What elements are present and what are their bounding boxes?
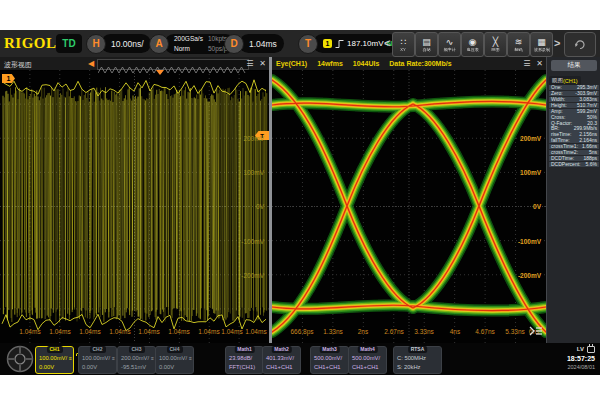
ch3-tab: CH3 bbox=[128, 346, 144, 353]
menu-icon: ≡ bbox=[69, 356, 72, 361]
toolbar-button-xy[interactable]: ∷ XY bbox=[392, 32, 415, 57]
t-knob[interactable]: T bbox=[298, 34, 318, 54]
menu-icon: ≡ bbox=[112, 356, 115, 361]
y-axis-label: 200mV bbox=[520, 135, 541, 142]
delay-control: D 1.04ms bbox=[224, 33, 284, 54]
x-axis-label: 1.04ms bbox=[49, 328, 70, 335]
menu-icon: ≡ bbox=[189, 356, 192, 361]
channel-box-ch4[interactable]: CH4 100.00mV/≡ 0.00V bbox=[155, 346, 194, 374]
y-axis-label: 100mV bbox=[520, 169, 541, 176]
math2-tab: Math2 bbox=[271, 346, 291, 353]
x-axis-label: 1.04ms bbox=[79, 328, 100, 335]
rising-edge-icon bbox=[335, 39, 344, 49]
toolbar-label: XY bbox=[401, 47, 406, 52]
close-icon[interactable]: ✕ bbox=[536, 59, 543, 68]
a-knob[interactable]: A bbox=[149, 34, 169, 54]
x-axis-label: 1.04ms bbox=[109, 328, 130, 335]
toolbar-label: 解码 bbox=[514, 47, 522, 52]
waveform-view-header: 波形视图 ◀ ☰ ✕ bbox=[0, 57, 269, 71]
results-tab-label: 眼图 bbox=[552, 77, 563, 84]
x-axis-label: 4.67ns bbox=[475, 328, 495, 335]
y-axis-label: 0V bbox=[256, 203, 264, 210]
acquire-mode: Norm bbox=[174, 45, 203, 53]
waveform-view-title: 波形视图 bbox=[4, 60, 32, 70]
toolbar-button-voltmeter[interactable]: ◉ 电压表 bbox=[461, 32, 484, 57]
math-box-math3[interactable]: Math3 500.00mV/ CH1+CH1 bbox=[310, 346, 349, 374]
toolbar-button-record[interactable]: ▦ 波形录制 bbox=[530, 32, 553, 57]
navigation-knob-icon[interactable] bbox=[6, 345, 34, 373]
menu-icon[interactable]: ☰ bbox=[523, 59, 530, 68]
top-bar: RIGOL TD H 10.00ns/ A 200GSa/s 10kpts No… bbox=[0, 30, 600, 57]
x-axis-label: 4ns bbox=[450, 328, 460, 335]
eye-wfms-count: 14wfms bbox=[317, 60, 343, 67]
toolbar-button-counter[interactable]: ∿ 频率计 bbox=[438, 32, 461, 57]
channel-box-ch3[interactable]: CH3 200.00mV/≡ -95.51mV bbox=[117, 346, 156, 374]
decode-icon: ≋ bbox=[515, 37, 523, 47]
bottom-bar: CH1 100.00mV/≡ 0.00V CH2 100.00mV/≡ 0.00… bbox=[0, 343, 600, 375]
eye-diagram-panel: Eye(CH1) 14wfms 1044UIs Data Rate:300Mb/… bbox=[272, 57, 546, 343]
x-axis-label: 1.04ms bbox=[221, 328, 242, 335]
x-axis-label: 2ns bbox=[358, 328, 368, 335]
math-box-math4[interactable]: Math4 500.00mV/ CH1+CH1 bbox=[348, 346, 387, 374]
xy-icon: ∷ bbox=[401, 37, 407, 47]
toolbar-button-eye[interactable]: ╳ 眼图 bbox=[484, 32, 507, 57]
x-axis-label: 3.33ns bbox=[414, 328, 434, 335]
y-axis-label: 200mV bbox=[243, 135, 264, 142]
clock-block: LV 18:57:25 2024/08/01 bbox=[567, 345, 595, 372]
math-box-math1[interactable]: Math1 23.98dB/ FFT(CH1) bbox=[225, 346, 264, 374]
x-axis-label: 1.04ms bbox=[198, 328, 219, 335]
x-axis-label: 1.04ms bbox=[138, 328, 159, 335]
x-axis-label: 1.33ns bbox=[323, 328, 343, 335]
x-axis-label: 1.04ms bbox=[245, 328, 266, 335]
math1-tab: Math1 bbox=[234, 346, 254, 353]
eye-diagram-trace bbox=[272, 70, 546, 343]
ch1-tab: CH1 bbox=[46, 346, 62, 353]
eye-diagram-icon: ╳ bbox=[493, 37, 498, 47]
rtsa-box[interactable]: RTSA C: 500MHz S: 20kHz bbox=[393, 346, 442, 374]
measurement-list: One:295.3mV Zero:-303.9mV Width:3.083ns … bbox=[549, 85, 599, 167]
eye-ui-count: 1044UIs bbox=[353, 60, 379, 67]
y-axis-label: -100mV bbox=[241, 238, 264, 245]
x-axis-label: 2.67ns bbox=[384, 328, 404, 335]
sync-button[interactable] bbox=[564, 32, 596, 57]
math4-tab: Math4 bbox=[357, 346, 377, 353]
ch4-tab: CH4 bbox=[166, 346, 182, 353]
eye-data-rate: Data Rate:300Mb/s bbox=[389, 60, 451, 67]
y-axis-label: -200mV bbox=[518, 272, 541, 279]
record-preview-strip[interactable] bbox=[97, 59, 249, 70]
delay-value[interactable]: 1.04ms bbox=[239, 34, 284, 53]
toolbar-scroll-right[interactable]: > bbox=[554, 37, 560, 49]
storage-icon: ▤ bbox=[422, 37, 431, 47]
toolbar-scroll-left[interactable]: < bbox=[384, 37, 390, 49]
timebase-value[interactable]: 10.00ns/ bbox=[101, 34, 151, 53]
channel-box-ch2[interactable]: CH2 100.00mV/≡ 0.00V bbox=[78, 346, 117, 374]
refresh-icon bbox=[573, 38, 587, 51]
menu-icon[interactable]: ☰ bbox=[246, 59, 253, 68]
channel-box-ch1[interactable]: CH1 100.00mV/≡ 0.00V bbox=[35, 346, 74, 374]
math-box-math2[interactable]: Math2 401.33mV/ CH1+CH1 bbox=[262, 346, 301, 374]
y-axis-label: 0V bbox=[533, 203, 541, 210]
h-knob[interactable]: H bbox=[86, 34, 106, 54]
expand-menu-icon[interactable] bbox=[529, 322, 543, 340]
eye-title: Eye(CH1) bbox=[276, 60, 307, 67]
oscilloscope-screen: RIGOL TD H 10.00ns/ A 200GSa/s 10kpts No… bbox=[0, 30, 600, 375]
toolbar-label: 频率计 bbox=[443, 47, 455, 52]
horizontal-control: H 10.00ns/ bbox=[86, 33, 151, 54]
toolbar-button-decode[interactable]: ≋ 解码 bbox=[507, 32, 530, 57]
rigol-logo: RIGOL bbox=[4, 35, 57, 52]
trigger-source-badge: 1 bbox=[323, 39, 332, 48]
math3-tab: Math3 bbox=[319, 346, 339, 353]
eye-panel-header: Eye(CH1) 14wfms 1044UIs Data Rate:300Mb/… bbox=[272, 57, 546, 71]
d-knob[interactable]: D bbox=[224, 34, 244, 54]
toolbar-button-storage[interactable]: ▤ 存储 bbox=[415, 32, 438, 57]
y-axis-label: -100mV bbox=[518, 238, 541, 245]
x-axis-label: 1.04ms bbox=[19, 328, 40, 335]
close-icon[interactable]: ✕ bbox=[259, 59, 266, 68]
waveform-view-panel: 波形视图 ◀ ☰ ✕ 1 T 200mV 100mV 0V -100mV -20… bbox=[0, 57, 269, 343]
toolbar-label: 电压表 bbox=[466, 47, 478, 52]
waveform-plot: 1 T 200mV 100mV 0V -100mV -200mV 1.04ms … bbox=[0, 70, 269, 343]
lan-icon: LV bbox=[577, 345, 584, 354]
x-axis-label: 666.8ps bbox=[290, 328, 313, 335]
preview-marker-icon: ◀ bbox=[88, 59, 94, 68]
x-axis-label: 1.04ms bbox=[168, 328, 189, 335]
